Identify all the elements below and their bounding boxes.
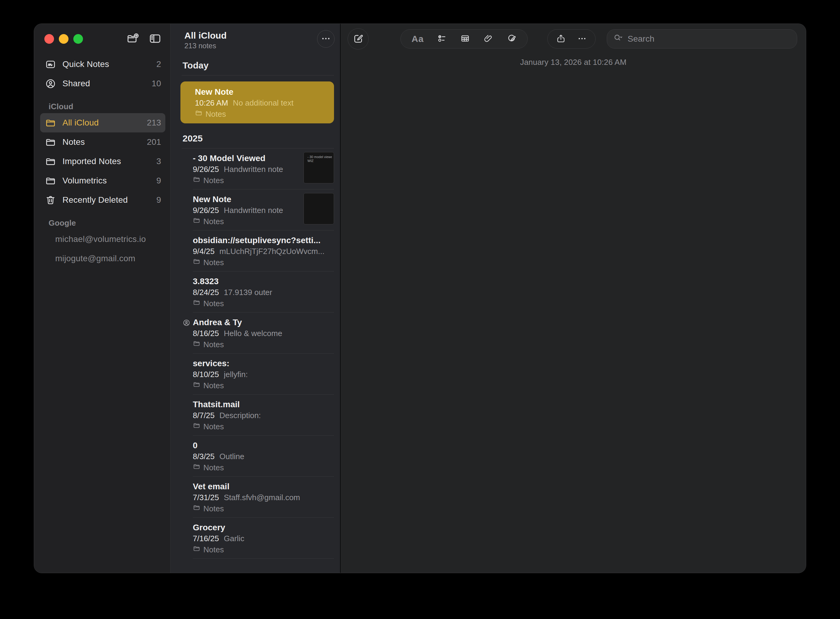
note-folder-label: Notes — [204, 544, 224, 555]
ellipsis-icon — [321, 33, 331, 45]
sidebar-item-notes[interactable]: Notes 201 — [40, 132, 165, 152]
note-row-services[interactable]: services: 8/10/25 jellyfin: Notes — [171, 354, 340, 395]
new-folder-icon — [126, 32, 139, 46]
note-preview: Description: — [219, 410, 261, 421]
note-row-andrea-ty[interactable]: Andrea & Ty 8/16/25 Hello & welcome Note… — [171, 312, 340, 354]
note-group-label: 2025 — [171, 132, 340, 145]
note-folder-label: Notes — [204, 503, 224, 514]
note-preview: Garlic — [224, 533, 244, 544]
note-folder-chip: Notes — [193, 544, 334, 555]
sidebar-item-count: 2 — [156, 60, 161, 69]
note-title: Vet email — [193, 481, 334, 492]
note-date: 7/16/25 — [193, 533, 219, 544]
sidebar-item-count: 9 — [156, 176, 161, 185]
smart-sketch-button[interactable] — [507, 33, 517, 44]
note-preview: Outline — [219, 451, 244, 462]
note-title: New Note — [193, 194, 296, 205]
note-preview: Staff.sfvh@gmail.com — [224, 492, 300, 503]
sidebar-item-recently-deleted[interactable]: Recently Deleted 9 — [40, 190, 165, 210]
sidebar-item-quick-notes[interactable]: Quick Notes 2 — [40, 55, 165, 74]
text-format-button[interactable]: Aa — [412, 34, 424, 44]
smart-sketch-icon — [507, 33, 517, 44]
note-folder-chip: Notes — [193, 462, 334, 473]
notes-window: Quick Notes 2 Shared 10 iCloud All iClou… — [34, 24, 806, 573]
sidebar-item-mijogute-gmail-com[interactable]: mijogute@gmail.com — [40, 249, 165, 268]
share-icon — [556, 34, 566, 44]
note-date: 8/16/25 — [193, 328, 219, 339]
sidebar-item-all-icloud[interactable]: All iCloud 213 — [40, 113, 165, 132]
note-date: 8/3/25 — [193, 451, 214, 462]
note-row-new-note[interactable]: New Note 9/26/25 Handwritten note Notes — [171, 190, 340, 230]
note-title: 0 — [193, 440, 334, 451]
note-folder-label: Notes — [204, 257, 224, 268]
note-date: 10:26 AM — [195, 97, 228, 109]
note-row-new-note[interactable]: New Note 10:26 AM No additional text Not… — [180, 81, 334, 123]
sidebar-item-shared[interactable]: Shared 10 — [40, 74, 165, 93]
sidebar-item-volumetrics[interactable]: Volumetrics 9 — [40, 171, 165, 190]
search-input[interactable] — [627, 34, 791, 44]
note-thumbnail: - 30 model viewedWIZ — [304, 152, 334, 183]
folder-icon — [193, 544, 200, 555]
note-date: 8/24/25 — [193, 287, 219, 298]
note-date: 9/26/25 — [193, 164, 219, 175]
note-folder-chip: Notes — [193, 503, 334, 514]
note-title: Andrea & Ty — [193, 317, 334, 328]
note-row-obsidian-setuplivesync-setti[interactable]: obsidian://setuplivesync?setti... 9/4/25… — [171, 230, 340, 272]
minimize-window-button[interactable] — [59, 34, 69, 44]
note-row-3-8323[interactable]: 3.8323 8/24/25 17.9139 outer Notes — [171, 272, 340, 312]
toggle-sidebar-button[interactable] — [148, 32, 162, 46]
note-folder-label: Notes — [204, 462, 224, 473]
sidebar-item-label: Imported Notes — [63, 157, 156, 166]
divider — [193, 558, 334, 559]
folder-icon — [193, 339, 200, 350]
toolbar: Aa — [341, 24, 806, 54]
folder-icon — [193, 380, 200, 391]
checklist-button[interactable] — [437, 33, 447, 44]
note-title: Thatsit.mail — [193, 399, 334, 410]
zoom-window-button[interactable] — [73, 34, 83, 44]
note-row-thatsit-mail[interactable]: Thatsit.mail 8/7/25 Description: Notes — [171, 395, 340, 436]
note-preview: mLUchRjTjF27hQzUoWvcm... — [219, 246, 324, 257]
new-note-button[interactable] — [347, 28, 369, 49]
sidebar-item-count: 213 — [147, 118, 161, 128]
note-group: Today New Note 10:26 AM No additional te… — [171, 60, 340, 123]
note-folder-label: Notes — [204, 339, 224, 350]
thumbnail-text: - 30 model viewed — [307, 155, 332, 159]
search-field[interactable] — [607, 29, 797, 49]
folder-icon — [193, 175, 200, 186]
note-row-0[interactable]: 0 8/3/25 Outline Notes — [171, 436, 340, 477]
table-button[interactable] — [460, 33, 470, 44]
note-title: - 30 Model Viewed — [193, 153, 296, 164]
divider — [182, 75, 334, 75]
note-row-vet-email[interactable]: Vet email 7/31/25 Staff.sfvh@gmail.com N… — [171, 477, 340, 517]
sidebar-item-michael-volumetrics-io[interactable]: michael@volumetrics.io — [40, 230, 165, 249]
folder-title: All iCloud — [184, 30, 334, 41]
close-window-button[interactable] — [44, 34, 54, 44]
list-options-button[interactable] — [317, 30, 335, 48]
note-folder-chip: Notes — [193, 339, 334, 350]
share-button[interactable] — [556, 34, 566, 44]
note-thumbnail — [304, 193, 334, 224]
paperclip-icon — [484, 33, 493, 44]
note-folder-chip: Notes — [193, 421, 334, 432]
note-folder-chip: Notes — [195, 109, 327, 120]
note-folder-label: Notes — [205, 109, 226, 120]
attachment-button[interactable] — [484, 33, 493, 44]
sidebar-item-imported-notes[interactable]: Imported Notes 3 — [40, 152, 165, 171]
sidebar-toggle-icon — [149, 32, 162, 46]
quick-notes-icon — [45, 59, 61, 70]
note-row-grocery[interactable]: Grocery 7/16/25 Garlic Notes — [171, 517, 340, 559]
note-preview: No additional text — [233, 97, 293, 109]
note-preview: Handwritten note — [224, 164, 283, 175]
note-date: 8/7/25 — [193, 410, 214, 421]
sidebar-item-count: 201 — [147, 137, 161, 147]
new-folder-button[interactable] — [126, 32, 140, 46]
note-folder-label: Notes — [204, 175, 224, 186]
sidebar-section: Google michael@volumetrics.io mijogute@g… — [34, 216, 170, 268]
sidebar-item-count: 9 — [156, 195, 161, 205]
folder-icon — [193, 216, 200, 227]
note-row-30-model-viewed[interactable]: - 30 Model Viewed 9/26/25 Handwritten no… — [171, 148, 340, 190]
note-group-label: Today — [171, 60, 340, 72]
note-folder-label: Notes — [204, 298, 224, 309]
more-options-button[interactable] — [577, 34, 587, 44]
